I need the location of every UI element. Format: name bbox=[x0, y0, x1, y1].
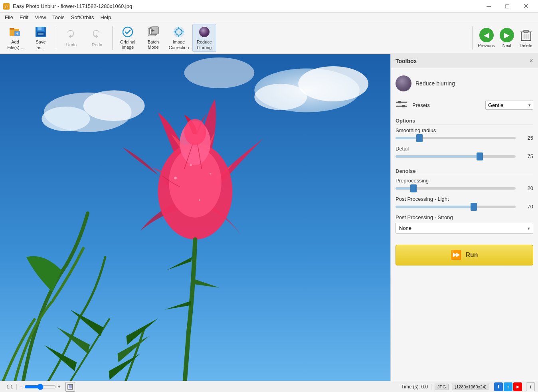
preprocessing-thumb[interactable] bbox=[410, 184, 417, 192]
image-correction-label: ImageCorrection bbox=[169, 40, 189, 50]
svg-point-42 bbox=[190, 164, 192, 166]
svg-rect-49 bbox=[69, 385, 72, 388]
toolbox-close-button[interactable]: × bbox=[530, 57, 533, 65]
reduce-blurring-label: Reduceblurring bbox=[197, 40, 212, 50]
toolbox-panel: Toolbox × Reduce blurring Pre bbox=[390, 54, 538, 381]
original-image-button[interactable]: OriginalImage bbox=[116, 24, 140, 52]
zoom-slider[interactable] bbox=[24, 384, 56, 390]
reduce-blurring-item-icon bbox=[396, 75, 411, 91]
undo-button[interactable]: Undo bbox=[59, 24, 83, 52]
maximize-button[interactable]: □ bbox=[498, 0, 516, 13]
detail-fill bbox=[396, 155, 480, 158]
zoom-controls[interactable]: − + bbox=[20, 384, 61, 390]
presets-label: Presets bbox=[412, 102, 481, 108]
post-light-fill bbox=[396, 206, 474, 208]
add-files-button[interactable]: + Add File(s)... bbox=[3, 24, 27, 52]
add-files-label: Add File(s)... bbox=[7, 40, 23, 50]
delete-label: Delete bbox=[520, 43, 532, 48]
reduce-blurring-item: Reduce blurring bbox=[396, 73, 533, 94]
post-light-track[interactable] bbox=[396, 206, 516, 208]
post-strong-label: Post Processing - Strong bbox=[396, 214, 533, 220]
svg-rect-45 bbox=[398, 101, 401, 103]
smoothing-radius-thumb[interactable] bbox=[416, 134, 423, 142]
reduce-blurring-item-label: Reduce blurring bbox=[415, 80, 455, 87]
window-title: Easy Photo Unblur - flower-1171582-1280x… bbox=[13, 3, 132, 9]
svg-point-11 bbox=[123, 27, 133, 37]
svg-rect-8 bbox=[38, 27, 42, 30]
minimize-button[interactable]: ─ bbox=[480, 0, 498, 13]
detail-track[interactable] bbox=[396, 155, 516, 158]
post-light-label: Post Processing - Light bbox=[396, 196, 533, 202]
menu-softorbits[interactable]: SoftOrbits bbox=[68, 14, 97, 21]
menu-bar: File Edit View Tools SoftOrbits Help bbox=[0, 13, 538, 22]
post-strong-section: Post Processing - Strong None Light Medi… bbox=[396, 214, 533, 234]
facebook-button[interactable]: f bbox=[494, 382, 503, 391]
run-button[interactable]: ⏩ Run bbox=[396, 245, 533, 265]
save-as-button[interactable]: Saveas... bbox=[29, 24, 53, 52]
post-light-thumb[interactable] bbox=[471, 203, 477, 211]
svg-text:+: + bbox=[16, 31, 18, 37]
info-icon: i bbox=[530, 384, 531, 390]
zoom-level: 1:1 bbox=[3, 384, 17, 390]
svg-point-39 bbox=[184, 119, 206, 145]
format-badge: JPG bbox=[435, 384, 449, 390]
smoothing-radius-fill bbox=[396, 137, 419, 139]
denoise-label: Denoise bbox=[396, 166, 533, 175]
menu-help[interactable]: Help bbox=[97, 14, 114, 21]
close-button[interactable]: ✕ bbox=[516, 0, 535, 13]
youtube-button[interactable]: ▶ bbox=[513, 382, 522, 391]
svg-rect-10 bbox=[38, 33, 44, 35]
save-as-label: Saveas... bbox=[36, 40, 45, 50]
status-bar: 1:1 − + Time (s): 0.0 JPG (1280x1060x24)… bbox=[0, 381, 538, 392]
title-bar-left: P Easy Photo Unblur - flower-1171582-128… bbox=[3, 3, 132, 10]
info-button[interactable]: i bbox=[526, 382, 535, 391]
previous-button[interactable]: ◀ Previous bbox=[476, 26, 496, 49]
previous-icon: ◀ bbox=[479, 28, 494, 42]
presets-icon bbox=[396, 100, 408, 110]
redo-icon bbox=[91, 28, 103, 41]
twitter-button[interactable]: t bbox=[504, 382, 512, 391]
original-image-icon bbox=[121, 26, 134, 38]
svg-point-31 bbox=[254, 84, 307, 110]
svg-point-30 bbox=[298, 66, 368, 101]
preprocessing-track[interactable] bbox=[396, 187, 516, 190]
nav-buttons: ◀ Previous ▶ Next Delete bbox=[472, 26, 535, 49]
next-button[interactable]: ▶ Next bbox=[498, 26, 516, 49]
menu-file[interactable]: File bbox=[2, 14, 16, 21]
batch-mode-button[interactable]: BatchMode bbox=[141, 24, 165, 52]
toolbar: + Add File(s)... Saveas... Undo bbox=[0, 22, 538, 54]
redo-button[interactable]: Redo bbox=[85, 24, 109, 52]
smoothing-radius-track[interactable] bbox=[396, 137, 516, 139]
post-light-value: 70 bbox=[519, 204, 533, 210]
preprocessing-label: Preprocessing bbox=[396, 178, 533, 184]
app-icon: P bbox=[3, 3, 10, 10]
fit-screen-button[interactable] bbox=[65, 382, 75, 392]
zoom-in-icon[interactable]: + bbox=[58, 384, 61, 390]
zoom-out-icon[interactable]: − bbox=[20, 384, 23, 390]
menu-view[interactable]: View bbox=[32, 14, 49, 21]
reduce-blurring-button[interactable]: Reduceblurring bbox=[192, 24, 216, 52]
presets-select[interactable]: Gentle Normal Strong Custom bbox=[485, 101, 533, 110]
dimensions-badge: (1280x1060x24) bbox=[452, 384, 489, 390]
post-strong-select-wrapper[interactable]: None Light Medium Strong bbox=[396, 223, 533, 234]
smoothing-radius-row: 25 bbox=[396, 135, 533, 141]
delete-button[interactable]: Delete bbox=[517, 26, 535, 49]
toolbar-sep-1 bbox=[56, 26, 56, 50]
detail-thumb[interactable] bbox=[477, 152, 483, 160]
post-strong-select[interactable]: None Light Medium Strong bbox=[396, 223, 533, 234]
svg-rect-24 bbox=[524, 30, 528, 32]
menu-tools[interactable]: Tools bbox=[49, 14, 67, 21]
smoothing-radius-item: Smoothing radius 25 bbox=[396, 127, 533, 141]
image-correction-button[interactable]: ImageCorrection bbox=[167, 24, 191, 52]
image-canvas bbox=[0, 54, 390, 381]
svg-rect-3 bbox=[10, 28, 14, 30]
options-label: Options bbox=[396, 116, 533, 125]
denoise-section: Denoise Preprocessing 20 bbox=[396, 166, 533, 210]
svg-point-43 bbox=[199, 199, 200, 201]
undo-label: Undo bbox=[66, 42, 77, 48]
svg-point-21 bbox=[199, 27, 210, 37]
batch-mode-icon bbox=[147, 26, 160, 38]
toolbox-title: Toolbox bbox=[396, 58, 417, 64]
presets-select-wrapper[interactable]: Gentle Normal Strong Custom bbox=[485, 101, 533, 110]
menu-edit[interactable]: Edit bbox=[16, 14, 32, 21]
